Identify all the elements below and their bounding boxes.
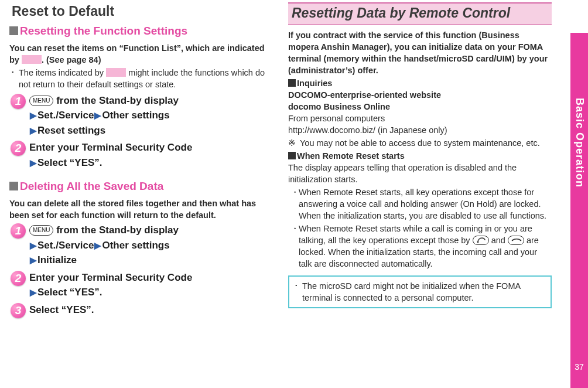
step-1-delete: 1 MENU from the Stand-by display ▶Set./S…: [11, 223, 273, 268]
d-step-3-body: Select “YES”.: [29, 303, 273, 318]
page-number: 37: [570, 362, 588, 372]
page-spread: Reset to Default Resetting the Function …: [0, 0, 588, 388]
step-number-2: 2: [11, 141, 26, 156]
subhead-delete-data: Deleting All the Saved Data: [9, 179, 273, 194]
rr-bullet-1: ・ When Remote Reset starts, all key oper…: [290, 186, 552, 222]
svg-point-1: [512, 239, 514, 241]
inq-line-4: http://www.docomo.biz/ (in Japanese only…: [288, 124, 552, 136]
side-tab-label: Basic Operation: [573, 98, 586, 188]
subhead-reset-function: Resetting the Function Settings: [9, 23, 273, 39]
reset-intro: You can reset the items on “Function Lis…: [9, 42, 273, 66]
d-step1-lead: from the Stand-by display: [53, 224, 178, 236]
note-text: The microSD card might not be initialize…: [302, 280, 546, 304]
call-key-icon: [473, 236, 489, 245]
rr-b1b: When the initialization starts, you are …: [299, 211, 546, 220]
step-number-2: 2: [11, 271, 26, 286]
side-tab-white: [570, 0, 588, 33]
square-icon: [9, 182, 18, 190]
d-step-2-body: Enter your Terminal Security Code ▶Selec…: [29, 271, 273, 301]
step1-d: Reset settings: [37, 125, 105, 136]
middle-dot-icon: ・: [290, 186, 299, 222]
d-step-1-body: MENU from the Stand-by display ▶Set./Ser…: [29, 223, 273, 268]
triangle-icon: ▶: [30, 158, 37, 168]
triangle-icon: ▶: [30, 255, 37, 265]
square-icon: [288, 79, 296, 87]
remote-reset-header: When Remote Reset starts: [288, 150, 552, 162]
bullet-note: ･ The items indicated by might include t…: [11, 67, 273, 90]
d-step1-b: Set./Service: [37, 240, 94, 251]
square-icon: [288, 152, 296, 159]
step1-b: Set./Service: [37, 110, 94, 121]
right-column: Resetting Data by Remote Control If you …: [282, 0, 558, 388]
triangle-icon: ▶: [30, 287, 37, 297]
rr-b1-text: When Remote Reset starts, all key operat…: [299, 186, 552, 222]
step-2-body: Enter your Terminal Security Code ▶Selec…: [29, 141, 273, 171]
d-step2-b: Select “YES”.: [37, 287, 102, 298]
rr-b1a: When Remote Reset starts, all key operat…: [299, 188, 541, 209]
step-2-delete: 2 Enter your Terminal Security Code ▶Sel…: [11, 271, 273, 301]
kome-text: You may not be able to access due to sys…: [300, 137, 552, 149]
triangle-icon: ▶: [30, 110, 37, 120]
reset-intro-b: . (See page 84): [42, 55, 101, 64]
remote-intro: If you contract with the service of this…: [288, 29, 552, 76]
square-icon: [9, 26, 18, 35]
subhead-text-2: Deleting All the Saved Data: [20, 180, 163, 192]
rr-hdr-text: When Remote Reset starts: [297, 151, 405, 161]
svg-point-2: [520, 239, 522, 241]
bullet-dot: ･: [294, 280, 302, 304]
rr-b2b: and: [489, 236, 508, 245]
menu-key-icon: MENU: [29, 96, 53, 106]
step-2-reset: 2 Enter your Terminal Security Code ▶Sel…: [11, 141, 273, 171]
kome-note: ※ You may not be able to access due to s…: [288, 137, 552, 149]
inq-line-3: From personal computers: [288, 113, 552, 124]
subhead-text: Resetting the Function Settings: [20, 25, 187, 37]
d-step1-d: Initialize: [37, 254, 77, 266]
step2-b: Select “YES”.: [37, 157, 102, 168]
step-1-reset: 1 MENU from the Stand-by display ▶Set./S…: [11, 94, 273, 138]
inquiries-header: Inquiries: [288, 77, 552, 89]
middle-dot-icon: ・: [290, 223, 299, 270]
section-title-reset: Reset to Default: [12, 2, 273, 21]
rr-bullet-2: ・ When Remote Reset starts while a call …: [290, 223, 552, 270]
note-box: ･ The microSD card might not be initiali…: [288, 275, 552, 308]
inq-line-1: DOCOMO-enterprise-oriented website: [288, 89, 552, 101]
rr-paragraph: The display appears telling that operati…: [288, 162, 552, 185]
side-tab: Basic Operation 37: [570, 0, 588, 388]
left-column: Reset to Default Resetting the Function …: [4, 0, 279, 388]
bullet-text-a: The items indicated by: [19, 68, 106, 77]
pink-swatch-icon: [22, 55, 42, 64]
d-step3: Select “YES”.: [29, 303, 273, 316]
triangle-icon: ▶: [94, 110, 101, 120]
delete-intro: You can delete all the stored files toge…: [9, 198, 273, 221]
rr-b2-text: When Remote Reset starts while a call is…: [299, 223, 552, 270]
reference-mark-icon: ※: [288, 137, 300, 149]
svg-point-0: [477, 241, 478, 243]
triangle-icon: ▶: [30, 240, 37, 250]
triangle-icon: ▶: [94, 240, 101, 250]
d-step2-a: Enter your Terminal Security Code: [29, 271, 273, 284]
step-3-delete: 3 Select “YES”.: [11, 303, 273, 318]
pink-swatch-icon: [106, 68, 126, 77]
step1-c: Other settings: [102, 110, 169, 121]
step-number-1: 1: [11, 94, 26, 109]
triangle-icon: ▶: [30, 125, 37, 135]
bullet-dot: ･: [11, 67, 19, 90]
d-step1-c: Other settings: [102, 240, 169, 251]
menu-key-icon: MENU: [29, 225, 53, 236]
side-tab-pink: Basic Operation: [570, 33, 588, 388]
step2-a: Enter your Terminal Security Code: [29, 141, 273, 154]
step-1-body: MENU from the Stand-by display ▶Set./Ser…: [29, 94, 273, 138]
inq-hdr-text: Inquiries: [297, 79, 332, 88]
bullet-text: The items indicated by might include the…: [19, 67, 273, 90]
step1-lead: from the Stand-by display: [53, 95, 178, 106]
end-key-icon: [508, 236, 524, 245]
step-number-3: 3: [11, 303, 26, 318]
section-title-remote: Resetting Data by Remote Control: [288, 2, 552, 25]
inq-line-2: docomo Business Online: [288, 101, 552, 113]
step-number-1: 1: [11, 223, 26, 239]
